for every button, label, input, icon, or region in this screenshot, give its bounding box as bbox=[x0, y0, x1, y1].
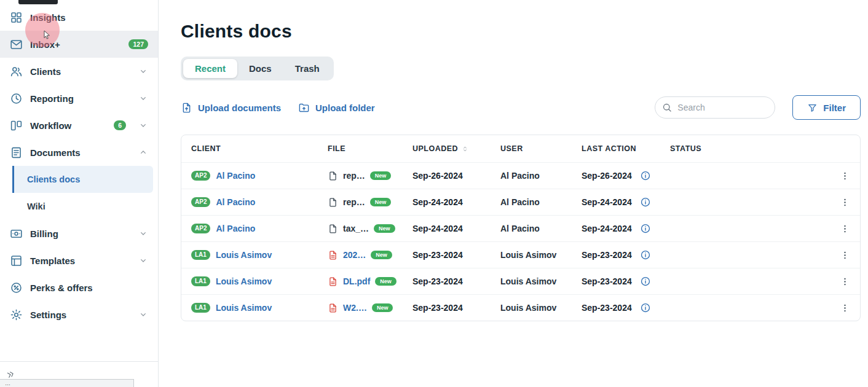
tab-docs[interactable]: Docs bbox=[237, 59, 283, 78]
inbox-count-badge: 127 bbox=[128, 39, 148, 50]
file-name[interactable]: rep… bbox=[343, 197, 365, 207]
table-row[interactable]: LA1 Louis Asimov 202… New Sep-23-2024 Lo… bbox=[181, 241, 860, 268]
sidebar-item-documents[interactable]: Documents bbox=[0, 139, 158, 166]
workflow-icon bbox=[10, 119, 23, 132]
tab-recent[interactable]: Recent bbox=[183, 59, 237, 78]
kebab-menu-icon[interactable] bbox=[840, 171, 850, 181]
last-action-date: Sep-23-2024 bbox=[582, 276, 632, 286]
client-link[interactable]: Louis Asimov bbox=[216, 250, 272, 260]
tab-bar: Recent Docs Trash bbox=[181, 57, 334, 80]
sidebar-item-insights[interactable]: Insights bbox=[0, 4, 158, 31]
upload-folder-button[interactable]: Upload folder bbox=[298, 102, 375, 114]
last-action-date: Sep-26-2024 bbox=[582, 171, 632, 181]
billing-icon bbox=[10, 227, 23, 240]
pdf-file-icon bbox=[328, 250, 338, 260]
sidebar-nav: Insights Inbox+ 127 Clients Reporting Wo… bbox=[0, 4, 158, 328]
client-link[interactable]: Al Pacino bbox=[216, 171, 255, 181]
toolbar: Upload documents Upload folder Filter bbox=[181, 95, 861, 120]
info-icon[interactable] bbox=[640, 276, 651, 287]
sidebar-item-workflow[interactable]: Workflow 6 bbox=[0, 112, 158, 139]
file-name[interactable]: tax_… bbox=[343, 224, 369, 233]
info-icon[interactable] bbox=[640, 223, 651, 234]
file-name[interactable]: DL.pdf bbox=[343, 276, 370, 286]
table-row[interactable]: LA1 Louis Asimov DL.pdf New Sep-23-2024 … bbox=[181, 268, 860, 294]
app-window: Insights Inbox+ 127 Clients Reporting Wo… bbox=[0, 0, 868, 387]
col-uploaded[interactable]: UPLOADED bbox=[412, 144, 500, 153]
uploaded-date: Sep-24-2024 bbox=[412, 224, 500, 233]
kebab-menu-icon[interactable] bbox=[840, 303, 850, 313]
col-user: USER bbox=[500, 144, 582, 153]
sidebar-item-label: Insights bbox=[30, 12, 66, 23]
pdf-file-icon bbox=[328, 303, 338, 313]
file-name[interactable]: 202… bbox=[343, 250, 366, 260]
search-input[interactable] bbox=[655, 96, 775, 119]
upload-documents-button[interactable]: Upload documents bbox=[181, 102, 281, 114]
uploaded-date: Sep-24-2024 bbox=[412, 197, 500, 207]
client-badge: LA1 bbox=[191, 276, 210, 286]
user-name: Louis Asimov bbox=[500, 250, 582, 260]
status-link-preview: … bbox=[0, 379, 134, 387]
chevron-down-icon bbox=[138, 256, 148, 265]
new-badge: New bbox=[371, 251, 392, 259]
table-header-row: CLIENT FILE UPLOADED USER LAST ACTION ST… bbox=[181, 135, 860, 162]
sidebar-item-reporting[interactable]: Reporting bbox=[0, 85, 158, 112]
uploaded-date: Sep-23-2024 bbox=[412, 303, 500, 313]
sidebar-item-inbox[interactable]: Inbox+ 127 bbox=[0, 31, 158, 58]
file-icon bbox=[328, 224, 338, 234]
client-link[interactable]: Louis Asimov bbox=[216, 276, 272, 286]
chevron-down-icon bbox=[138, 229, 148, 238]
info-icon[interactable] bbox=[640, 302, 651, 313]
uploaded-date: Sep-23-2024 bbox=[412, 250, 500, 260]
last-action-date: Sep-23-2024 bbox=[582, 250, 632, 260]
mail-icon bbox=[10, 38, 23, 51]
table-row[interactable]: AP2 Al Pacino rep… New Sep-24-2024 Al Pa… bbox=[181, 189, 860, 215]
table-row[interactable]: AP2 Al Pacino rep… New Sep-26-2024 Al Pa… bbox=[181, 162, 860, 189]
chevron-down-icon bbox=[138, 120, 148, 130]
kebab-menu-icon[interactable] bbox=[840, 224, 850, 234]
file-icon bbox=[328, 197, 338, 208]
chevron-down-icon bbox=[138, 66, 148, 76]
new-badge: New bbox=[370, 171, 392, 180]
info-icon[interactable] bbox=[640, 197, 651, 208]
filter-button[interactable]: Filter bbox=[792, 95, 861, 120]
templates-icon bbox=[10, 254, 23, 267]
tab-trash[interactable]: Trash bbox=[283, 59, 331, 78]
insights-grid-icon bbox=[10, 11, 23, 24]
kebab-menu-icon[interactable] bbox=[840, 197, 850, 208]
table-row[interactable]: LA1 Louis Asimov W2.… New Sep-23-2024 Lo… bbox=[181, 294, 860, 321]
file-name[interactable]: rep… bbox=[343, 171, 365, 181]
info-icon[interactable] bbox=[640, 170, 651, 181]
sidebar-item-settings[interactable]: Settings bbox=[0, 301, 158, 328]
client-badge: LA1 bbox=[191, 250, 210, 260]
sidebar-item-clients[interactable]: Clients bbox=[0, 58, 158, 85]
table-row[interactable]: AP2 Al Pacino tax_… New Sep-24-2024 Al P… bbox=[181, 215, 860, 241]
sidebar-subitem-label: Wiki bbox=[27, 201, 45, 211]
client-link[interactable]: Louis Asimov bbox=[216, 303, 272, 313]
sidebar-item-label: Reporting bbox=[30, 93, 74, 104]
sidebar-subitem-wiki[interactable]: Wiki bbox=[12, 193, 153, 220]
clients-people-icon bbox=[10, 65, 23, 78]
user-name: Louis Asimov bbox=[500, 303, 582, 313]
sidebar-item-billing[interactable]: Billing bbox=[0, 220, 158, 247]
sort-icon[interactable] bbox=[461, 145, 469, 153]
last-action-date: Sep-23-2024 bbox=[582, 303, 632, 313]
sidebar-item-templates[interactable]: Templates bbox=[0, 247, 158, 274]
chevron-down-icon bbox=[138, 93, 148, 103]
user-name: Louis Asimov bbox=[500, 276, 582, 286]
new-badge: New bbox=[372, 303, 393, 312]
kebab-menu-icon[interactable] bbox=[840, 250, 850, 260]
document-icon bbox=[10, 146, 23, 159]
client-link[interactable]: Al Pacino bbox=[216, 197, 255, 207]
uploaded-date: Sep-23-2024 bbox=[412, 276, 500, 286]
info-icon[interactable] bbox=[640, 249, 651, 260]
sidebar-subitem-clients-docs[interactable]: Clients docs bbox=[12, 166, 153, 193]
client-link[interactable]: Al Pacino bbox=[216, 224, 255, 233]
upload-folder-icon bbox=[298, 102, 310, 114]
col-last-action: LAST ACTION bbox=[582, 144, 670, 153]
new-badge: New bbox=[370, 198, 392, 206]
file-name[interactable]: W2.… bbox=[343, 303, 367, 313]
sidebar-item-perks-offers[interactable]: Perks & offers bbox=[0, 274, 158, 301]
kebab-menu-icon[interactable] bbox=[840, 276, 850, 287]
sidebar-item-label: Documents bbox=[30, 147, 81, 158]
search-box bbox=[655, 96, 775, 119]
